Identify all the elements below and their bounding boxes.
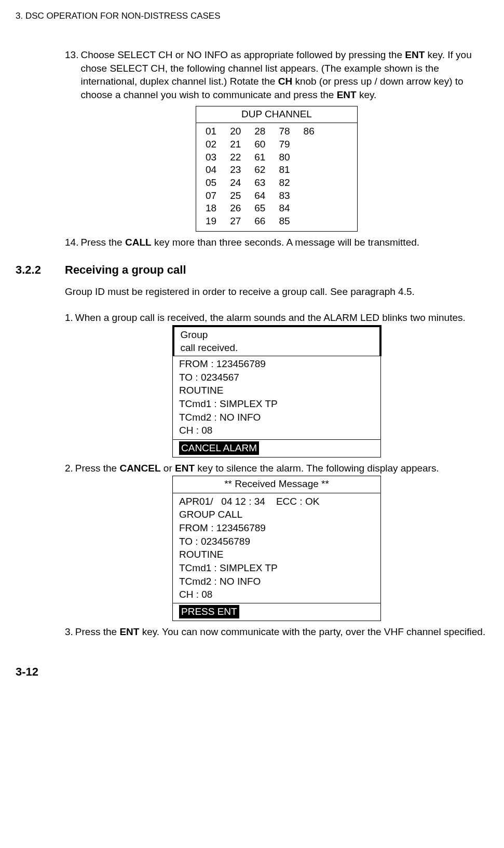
channel-cell: 19	[206, 215, 216, 228]
ch-knob: CH	[278, 76, 292, 87]
datetime-line: APR01/ 04 12 : 34 ECC : OK	[179, 495, 374, 508]
text: key. You can now communicate with the pa…	[139, 626, 485, 637]
channel-cell: 28	[254, 125, 265, 138]
ent-key: ENT	[119, 626, 139, 637]
ch-line: CH : 08	[179, 588, 374, 601]
channel-cell: 03	[206, 151, 216, 164]
text: Press the	[75, 626, 120, 637]
text: key.	[357, 89, 377, 100]
step-number: 13.	[65, 48, 78, 102]
alarm-screen: Group call received. FROM : 123456789 TO…	[172, 325, 381, 457]
tcmd1-line: TCmd1 : SIMPLEX TP	[179, 561, 374, 575]
tcmd2-line: TCmd2 : NO INFO	[179, 575, 374, 588]
channel-cell: 86	[304, 125, 315, 138]
section-number: 3.2.2	[16, 262, 65, 278]
channel-cell: 78	[279, 125, 290, 138]
type-line: GROUP CALL	[179, 508, 374, 521]
section-title: Receiving a group call	[65, 262, 186, 278]
table-title: DUP CHANNEL	[196, 106, 357, 124]
channel-cell: 21	[230, 138, 241, 151]
page-header: 3. DSC OPERATION FOR NON-DISTRESS CASES	[16, 10, 488, 22]
cancel-key: CANCEL	[119, 463, 160, 474]
channel-cell: 07	[206, 190, 216, 203]
channel-cell: 65	[254, 202, 265, 215]
cancel-alarm-label: CANCEL ALARM	[179, 441, 259, 455]
channel-cell: 80	[279, 151, 290, 164]
step-number: 1.	[65, 311, 73, 325]
channel-cell: 62	[254, 164, 265, 177]
tcmd1-line: TCmd1 : SIMPLEX TP	[179, 397, 374, 411]
table-column: 86	[304, 125, 315, 228]
channel-cell: 82	[279, 177, 290, 190]
step-3: 3. Press the ENT key. You can now commun…	[65, 625, 488, 639]
table-column: 01 02 03 04 05 07 18 19	[206, 125, 216, 228]
step-text: Press the CALL key more than three secon…	[80, 236, 419, 249]
received-message-screen: ** Received Message ** APR01/ 04 12 : 34…	[172, 476, 381, 621]
to-line: TO : 0234567	[179, 371, 374, 384]
alarm-footer: CANCEL ALARM	[173, 439, 380, 457]
channel-cell: 24	[230, 177, 241, 190]
ent-key: ENT	[337, 89, 357, 100]
text: Choose SELECT CH or NO INFO as appropria…	[80, 49, 405, 60]
step-text: Press the CANCEL or ENT key to silence t…	[75, 462, 439, 475]
channel-cell: 18	[206, 202, 216, 215]
channel-cell: 25	[230, 190, 241, 203]
channel-cell: 66	[254, 215, 265, 228]
table-column: 20 21 22 23 24 25 26 27	[230, 125, 241, 228]
alarm-body: FROM : 123456789 TO : 0234567 ROUTINE TC…	[173, 356, 380, 439]
ch-line: CH : 08	[179, 424, 374, 437]
rm-footer: PRESS ENT	[173, 603, 380, 621]
alarm-header: Group call received.	[172, 325, 382, 356]
step-number: 14.	[65, 236, 78, 249]
channel-cell: 01	[206, 125, 216, 138]
alarm-line: Group	[181, 328, 373, 342]
step-number: 2.	[65, 462, 73, 475]
rm-title: ** Received Message **	[173, 476, 380, 493]
step-1: 1. When a group call is received, the al…	[65, 311, 488, 325]
table-column: 28 60 61 62 63 64 65 66	[254, 125, 265, 228]
step-2: 2. Press the CANCEL or ENT key to silenc…	[65, 462, 488, 475]
step-number: 3.	[65, 625, 73, 639]
channel-cell: 27	[230, 215, 241, 228]
channel-cell: 79	[279, 138, 290, 151]
rm-body: APR01/ 04 12 : 34 ECC : OK GROUP CALL FR…	[173, 493, 380, 603]
press-ent-label: PRESS ENT	[179, 605, 239, 618]
channel-cell: 04	[206, 164, 216, 177]
to-line: TO : 023456789	[179, 535, 374, 548]
text: Press the	[75, 463, 120, 474]
from-line: FROM : 123456789	[179, 357, 374, 371]
channel-cell: 63	[254, 177, 265, 190]
channel-cell: 84	[279, 202, 290, 215]
call-key: CALL	[125, 237, 152, 248]
channel-cell: 02	[206, 138, 216, 151]
page-number: 3-12	[16, 664, 488, 680]
channel-cell: 83	[279, 190, 290, 203]
table-column: 78 79 80 81 82 83 84 85	[279, 125, 290, 228]
text: Press the	[80, 237, 125, 248]
text: key to silence the alarm. The following …	[195, 463, 439, 474]
channel-cell: 22	[230, 151, 241, 164]
text: or	[161, 463, 175, 474]
channel-cell: 81	[279, 164, 290, 177]
routine-line: ROUTINE	[179, 548, 374, 561]
tcmd2-line: TCmd2 : NO INFO	[179, 411, 374, 424]
channel-cell: 60	[254, 138, 265, 151]
alarm-line: call received.	[181, 341, 373, 355]
step-text: Press the ENT key. You can now communica…	[75, 625, 485, 639]
channel-cell: 64	[254, 190, 265, 203]
step-13: 13. Choose SELECT CH or NO INFO as appro…	[65, 48, 488, 102]
ent-key: ENT	[405, 49, 425, 60]
step-text: When a group call is received, the alarm…	[75, 311, 466, 325]
step-text: Choose SELECT CH or NO INFO as appropria…	[80, 48, 488, 102]
section-heading: 3.2.2 Receiving a group call	[16, 262, 488, 278]
intro-paragraph: Group ID must be registered in order to …	[65, 285, 488, 299]
channel-cell: 85	[279, 215, 290, 228]
routine-line: ROUTINE	[179, 384, 374, 397]
text: key more than three seconds. A message w…	[152, 237, 419, 248]
channel-cell: 20	[230, 125, 241, 138]
channel-cell: 26	[230, 202, 241, 215]
channel-cell: 05	[206, 177, 216, 190]
from-line: FROM : 123456789	[179, 521, 374, 535]
step-14: 14. Press the CALL key more than three s…	[65, 236, 488, 249]
channel-cell: 23	[230, 164, 241, 177]
